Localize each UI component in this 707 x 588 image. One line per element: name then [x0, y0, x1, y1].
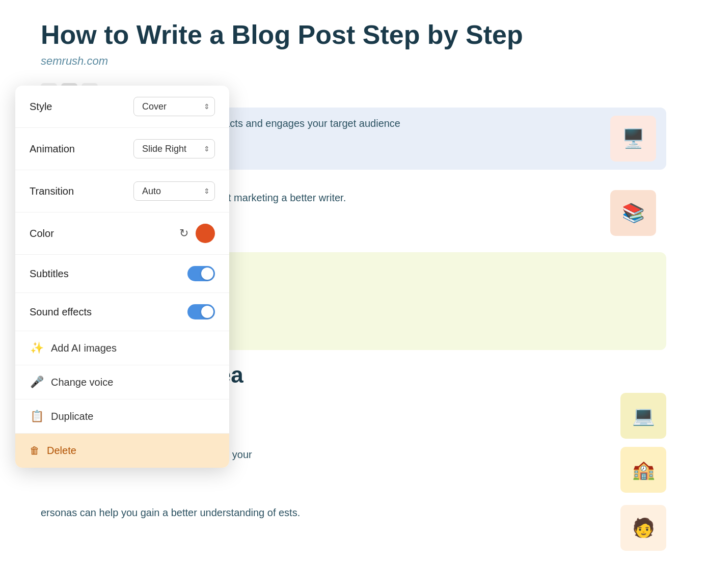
- color-label: Color: [30, 228, 54, 239]
- duplicate-row[interactable]: 📋 Duplicate: [15, 399, 229, 434]
- section3-row: ersonas can help you gain a better under…: [41, 505, 666, 551]
- color-row: Color ↻: [15, 212, 229, 255]
- style-row: Style Cover Full Half Minimal: [15, 86, 229, 128]
- transition-row: Transition Auto Instant Slow Fast: [15, 170, 229, 212]
- thumb-intro: 🖥️: [610, 116, 656, 162]
- settings-dropdown: Style Cover Full Half Minimal Animation …: [15, 86, 229, 468]
- change-voice-row[interactable]: 🎤 Change voice: [15, 365, 229, 399]
- sound-effects-toggle[interactable]: [187, 304, 215, 319]
- style-select-wrapper[interactable]: Cover Full Half Minimal: [133, 97, 215, 116]
- add-ai-images-row[interactable]: ✨ Add AI images: [15, 331, 229, 365]
- subtitles-track: [187, 266, 215, 281]
- animation-select-wrapper[interactable]: Slide Right Slide Left Fade Zoom: [133, 139, 215, 158]
- thumb-guide: 📚: [610, 190, 656, 236]
- subtitles-toggle[interactable]: [187, 266, 215, 281]
- change-voice-icon: 🎤: [30, 376, 44, 389]
- thumb-section3: 🧑: [620, 505, 666, 551]
- page-title: How to Write a Blog Post Step by Step: [41, 20, 666, 49]
- sound-effects-thumb: [201, 306, 213, 318]
- thumb-section1: 💻: [620, 393, 666, 439]
- transition-select-wrapper[interactable]: Auto Instant Slow Fast: [133, 181, 215, 201]
- animation-label: Animation: [30, 143, 75, 155]
- delete-icon: 🗑: [30, 445, 40, 457]
- subtitles-thumb: [201, 268, 213, 280]
- subtitles-row: Subtitles: [15, 255, 229, 293]
- duplicate-label: Duplicate: [51, 411, 93, 422]
- color-swatch[interactable]: [196, 224, 215, 243]
- change-voice-label: Change voice: [51, 377, 113, 388]
- add-ai-images-label: Add AI images: [51, 342, 117, 354]
- color-controls: ↻: [179, 224, 215, 243]
- thumb-section2: 🏫: [620, 447, 666, 493]
- transition-label: Transition: [30, 185, 74, 197]
- sound-effects-row: Sound effects: [15, 293, 229, 331]
- sound-effects-track: [187, 304, 215, 319]
- delete-label: Delete: [47, 445, 76, 457]
- ai-images-icon: ✨: [30, 341, 44, 355]
- subtitles-label: Subtitles: [30, 268, 69, 280]
- style-select[interactable]: Cover Full Half Minimal: [133, 97, 215, 116]
- refresh-icon[interactable]: ↻: [179, 227, 188, 240]
- duplicate-icon: 📋: [30, 410, 44, 423]
- transition-select[interactable]: Auto Instant Slow Fast: [133, 181, 215, 201]
- animation-select[interactable]: Slide Right Slide Left Fade Zoom: [133, 139, 215, 158]
- animation-row: Animation Slide Right Slide Left Fade Zo…: [15, 128, 229, 170]
- sound-effects-label: Sound effects: [30, 306, 92, 318]
- page-subtitle: semrush.com: [41, 55, 666, 68]
- style-label: Style: [30, 101, 52, 113]
- delete-row[interactable]: 🗑 Delete: [15, 434, 229, 468]
- section3-text: ersonas can help you gain a better under…: [41, 505, 610, 520]
